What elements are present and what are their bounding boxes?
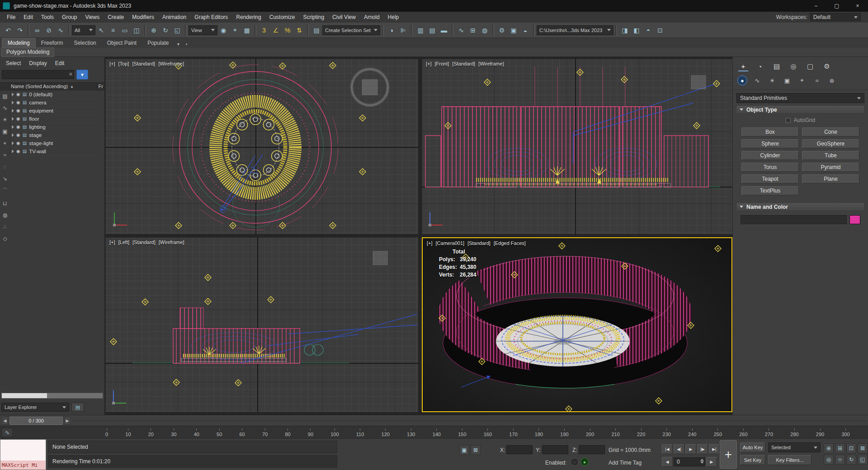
viewport-label-part[interactable]: [Standard] bbox=[132, 240, 156, 245]
menu-tools[interactable]: Tools bbox=[37, 12, 58, 22]
explorer-menu-edit[interactable]: Edit bbox=[51, 59, 69, 67]
layer-name[interactable]: 0 (default) bbox=[29, 92, 52, 97]
torus-button[interactable]: Torus bbox=[741, 163, 799, 172]
zoom-extents-all-button[interactable]: ⊠ bbox=[858, 443, 868, 453]
previous-frame-arrow[interactable]: ◀ bbox=[2, 417, 8, 425]
menu-arnold[interactable]: Arnold bbox=[360, 12, 384, 22]
shapes-icon[interactable]: ∿ bbox=[752, 75, 762, 85]
curve-editor-icon[interactable]: ∿ bbox=[455, 24, 467, 36]
menu-customize[interactable]: Customize bbox=[265, 12, 299, 22]
viewport-label-part[interactable]: [Wireframe] bbox=[158, 61, 184, 66]
textplus-button[interactable]: TextPlus bbox=[741, 186, 799, 195]
display-geometry-icon[interactable]: ▤ bbox=[2, 93, 7, 99]
track-bar[interactable]: ∿ 01020304050607080901001101201301401501… bbox=[0, 426, 868, 438]
lights-icon[interactable]: ☀ bbox=[767, 75, 777, 85]
clear-search-icon[interactable]: ✕ bbox=[69, 71, 73, 77]
menu-create[interactable]: Create bbox=[104, 12, 128, 22]
menu-help[interactable]: Help bbox=[384, 12, 403, 22]
viewport-left[interactable]: [+][Left][Standard][Wireframe] bbox=[105, 237, 418, 412]
key-selection-dropdown[interactable]: Selected bbox=[768, 442, 821, 452]
viewport-label-part[interactable]: [Wireframe] bbox=[159, 240, 184, 245]
animation-toggle-off-icon[interactable]: ◌ bbox=[571, 458, 579, 466]
viewcube[interactable] bbox=[352, 69, 388, 105]
visibility-eye-icon[interactable]: ◉ bbox=[16, 124, 20, 129]
align-icon[interactable]: ⊫ bbox=[397, 24, 409, 36]
rendered-frame-icon[interactable]: ▣ bbox=[508, 24, 519, 36]
named-selection-sets-icon[interactable]: ▤ bbox=[311, 24, 322, 36]
cone-button[interactable]: Cone bbox=[802, 127, 859, 136]
select-and-link-icon[interactable]: ∞ bbox=[31, 24, 43, 36]
menu-modifiers[interactable]: Modifiers bbox=[128, 12, 158, 22]
object-color-swatch[interactable] bbox=[849, 215, 860, 224]
window-crossing-icon[interactable]: ◫ bbox=[131, 24, 142, 36]
expander-icon[interactable] bbox=[12, 93, 14, 96]
render-gallery-icon[interactable]: ⊡ bbox=[654, 24, 666, 36]
create-tab-icon[interactable]: + bbox=[738, 61, 748, 71]
display-groups-icon[interactable]: ◌ bbox=[3, 164, 6, 170]
previous-key-button[interactable]: ◀| bbox=[674, 444, 684, 454]
keyboard-override-icon[interactable]: ▦ bbox=[241, 24, 253, 36]
teapot-button[interactable]: Teapot bbox=[741, 174, 799, 183]
viewport-label-part[interactable]: [Wireframe] bbox=[478, 61, 504, 66]
horizontal-scrollbar[interactable] bbox=[1, 393, 103, 399]
use-pivot-point-icon[interactable]: ◉ bbox=[217, 24, 229, 36]
viewport-label-part[interactable]: [Camera001] bbox=[436, 240, 465, 246]
visibility-eye-icon[interactable]: ◉ bbox=[16, 116, 20, 121]
menu-graph-editors[interactable]: Graph Editors bbox=[190, 12, 232, 22]
layer-name[interactable]: camera bbox=[29, 100, 46, 105]
display-particles-icon[interactable]: ∴ bbox=[3, 224, 7, 230]
expander-icon[interactable] bbox=[12, 141, 14, 145]
display-spacewarps-icon[interactable]: ≈ bbox=[4, 152, 7, 158]
menu-rendering[interactable]: Rendering bbox=[232, 12, 265, 22]
angle-snap-icon[interactable]: ∠ bbox=[270, 24, 282, 36]
menu-edit[interactable]: Edit bbox=[19, 12, 37, 22]
sphere-button[interactable]: Sphere bbox=[741, 139, 799, 148]
viewport-label-part[interactable]: [+] bbox=[426, 61, 432, 66]
set-key-button[interactable]: Set Key bbox=[740, 455, 765, 465]
ribbon-tab-populate[interactable]: Populate bbox=[142, 38, 174, 48]
visibility-eye-icon[interactable]: ◉ bbox=[16, 108, 20, 113]
selection-filter-dropdown[interactable]: All bbox=[72, 25, 95, 35]
pyramid-button[interactable]: Pyramid bbox=[802, 163, 859, 172]
select-and-move-icon[interactable]: ⊕ bbox=[148, 24, 160, 36]
workspaces-dropdown[interactable]: Default bbox=[810, 13, 861, 21]
menu-views[interactable]: Views bbox=[81, 12, 104, 22]
display-containers-icon[interactable]: ⊔ bbox=[3, 200, 7, 207]
menu-scripting[interactable]: Scripting bbox=[299, 12, 328, 22]
display-materials-icon[interactable]: ◍ bbox=[3, 212, 7, 218]
helpers-icon[interactable]: ⌖ bbox=[797, 75, 807, 85]
ribbon-tab-selection[interactable]: Selection bbox=[68, 38, 101, 48]
list-item[interactable]: ◉ ▤ stage bbox=[10, 131, 104, 139]
polygon-modeling-tab[interactable]: Polygon Modeling bbox=[1, 47, 54, 57]
auto-key-button[interactable]: Auto Key bbox=[740, 442, 765, 452]
arnold-render-icon[interactable]: ◓ bbox=[642, 24, 654, 36]
ribbon-tab-modeling[interactable]: Modeling bbox=[2, 38, 36, 48]
mirror-icon[interactable]: ◑ bbox=[386, 24, 397, 36]
z-coordinate-field[interactable] bbox=[579, 445, 605, 454]
layer-name[interactable]: equipment bbox=[29, 108, 53, 113]
menu-civil-view[interactable]: Civil View bbox=[328, 12, 360, 22]
cylinder-button[interactable]: Cylinder bbox=[741, 151, 799, 160]
space-warps-icon[interactable]: ≈ bbox=[812, 75, 822, 85]
go-to-end-button[interactable]: ▶| bbox=[709, 444, 720, 454]
object-name-field[interactable] bbox=[741, 215, 847, 224]
set-keys-button[interactable]: + bbox=[720, 440, 737, 469]
display-shapes-icon[interactable]: ∿ bbox=[3, 105, 7, 111]
next-key-button[interactable]: |▶ bbox=[697, 444, 708, 454]
select-object-icon[interactable]: ↖ bbox=[95, 24, 107, 36]
search-input[interactable] bbox=[2, 70, 74, 79]
minimize-button[interactable]: – bbox=[806, 0, 826, 12]
viewcube[interactable] bbox=[373, 251, 387, 265]
next-frame-button[interactable]: ▶ bbox=[706, 457, 717, 467]
play-button[interactable]: ▶ bbox=[685, 444, 696, 454]
motion-tab-icon[interactable]: ◎ bbox=[788, 61, 798, 71]
next-frame-arrow[interactable]: ▶ bbox=[64, 417, 71, 425]
selection-lock-icon[interactable]: ⊠ bbox=[471, 445, 481, 455]
autogrid-checkbox[interactable] bbox=[786, 118, 791, 123]
select-and-manipulate-icon[interactable]: ⌖ bbox=[229, 24, 241, 36]
pan-button[interactable]: ⊹ bbox=[835, 455, 845, 465]
render-setup-icon[interactable]: ⚙ bbox=[496, 24, 508, 36]
viewport-top[interactable]: [+][Top][Standard][Wireframe] bbox=[105, 59, 418, 234]
viewport-label-part[interactable]: [+] bbox=[109, 61, 115, 66]
ribbon-toggle-icon[interactable]: ▬ bbox=[438, 24, 450, 36]
